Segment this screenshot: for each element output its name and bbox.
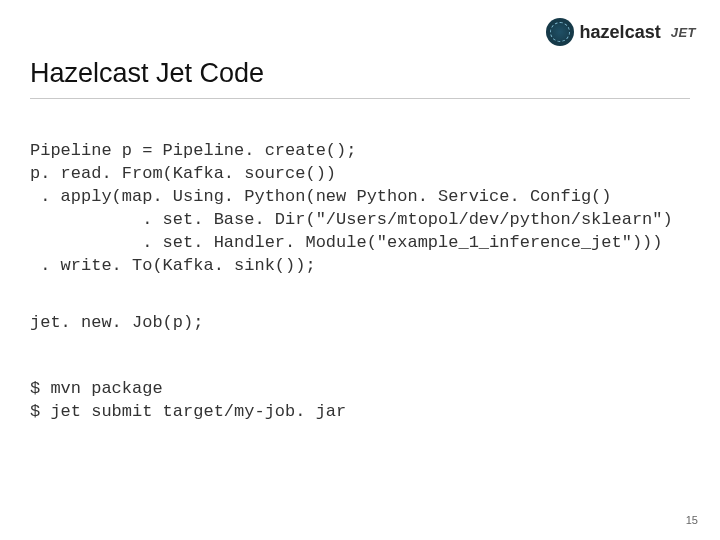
code-block-pipeline: Pipeline p = Pipeline. create(); p. read… [30, 140, 690, 278]
page-number: 15 [686, 514, 698, 526]
brand-name: hazelcast [580, 22, 661, 43]
title-divider [30, 98, 690, 99]
code-block-job: jet. new. Job(p); [30, 312, 690, 335]
brand-name-rest: cast [625, 22, 661, 42]
code-block-shell: $ mvn package $ jet submit target/my-job… [30, 378, 690, 424]
slide: hazelcast JET Hazelcast Jet Code Pipelin… [0, 0, 720, 540]
brand-logo: hazelcast JET [546, 18, 696, 46]
brand-jet-label: JET [671, 25, 696, 40]
hazelcast-globe-icon [546, 18, 574, 46]
brand-name-bold: hazel [580, 22, 625, 42]
page-title: Hazelcast Jet Code [30, 58, 264, 89]
